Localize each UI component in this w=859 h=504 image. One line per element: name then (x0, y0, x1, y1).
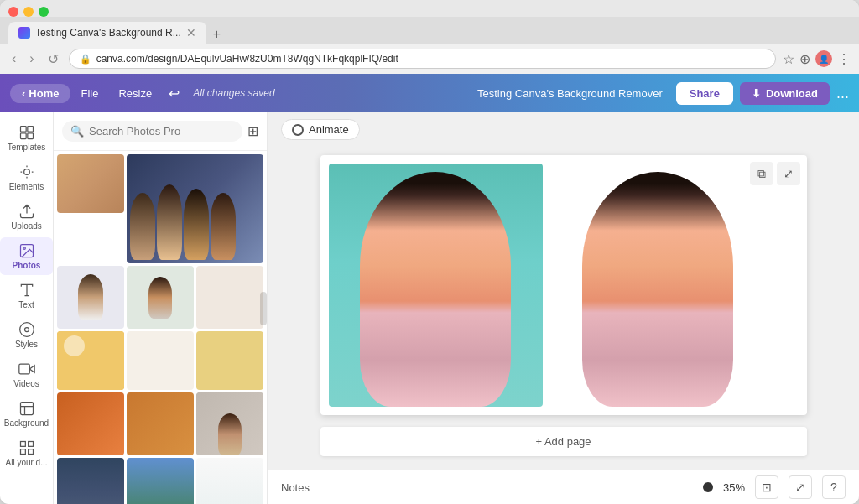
photo-item[interactable] (196, 331, 263, 390)
top-navbar: ‹ Home File Resize ↩ All changes saved T… (0, 74, 859, 112)
animate-icon (292, 124, 304, 136)
photo-item[interactable] (196, 458, 263, 504)
sidebar-item-all[interactable]: All your d... (0, 434, 53, 472)
tab-favicon (18, 27, 30, 39)
url-bar[interactable]: 🔒 canva.com/design/DAEqulvUaHw/8zU0mT8Wq… (69, 49, 776, 69)
url-text: canva.com/design/DAEqulvUaHw/8zU0mT8WqgN… (96, 53, 398, 65)
canvas-scroll[interactable]: ⧉ ⤢ (268, 147, 859, 470)
templates-icon (18, 124, 35, 141)
photo-item[interactable] (127, 331, 194, 390)
search-box[interactable]: 🔍 (62, 121, 242, 142)
help-button[interactable]: ? (822, 475, 846, 499)
window-close[interactable] (8, 7, 18, 17)
all-label: All your d... (5, 458, 47, 467)
bottom-bar: Notes 35% ⊡ ⤢ ? (268, 470, 859, 504)
filter-icon[interactable]: ⊞ (247, 123, 258, 139)
svg-rect-3 (27, 133, 33, 139)
photo-item[interactable] (127, 266, 194, 329)
photo-item[interactable] (57, 331, 124, 390)
share-button[interactable]: Share (676, 82, 733, 105)
expand-page-button[interactable]: ⤢ (777, 162, 800, 185)
svg-rect-14 (28, 449, 33, 455)
photo-item[interactable] (127, 458, 194, 504)
undo-button[interactable]: ↩ (162, 82, 186, 105)
videos-icon (18, 361, 35, 377)
sidebar-item-templates[interactable]: Templates (0, 119, 53, 157)
svg-rect-0 (20, 127, 26, 132)
photo-item[interactable] (57, 154, 124, 213)
background-icon (18, 400, 35, 417)
browser-tab-bar: Testing Canva's Background R... ✕ + (0, 17, 859, 44)
active-tab[interactable]: Testing Canva's Background R... ✕ (8, 22, 206, 44)
photo-item[interactable] (127, 392, 194, 455)
fullscreen-button[interactable]: ⤢ (789, 475, 812, 499)
more-options-button[interactable]: ... (836, 85, 849, 102)
sidebar-item-background[interactable]: Background (0, 395, 53, 433)
extensions-button[interactable]: ⊕ (799, 50, 810, 67)
profile-avatar[interactable]: 👤 (815, 50, 832, 67)
svg-point-4 (23, 169, 29, 175)
svg-rect-12 (28, 442, 33, 447)
lock-icon: 🔒 (80, 54, 91, 65)
duplicate-page-button[interactable]: ⧉ (750, 162, 773, 185)
svg-rect-13 (20, 449, 25, 455)
svg-rect-11 (20, 442, 25, 447)
photo-item[interactable] (57, 458, 124, 504)
page-actions: ⧉ ⤢ (750, 162, 800, 185)
back-button[interactable]: ‹ (8, 49, 19, 68)
save-status: All changes saved (186, 84, 281, 102)
sidebar-item-photos[interactable]: Photos (0, 237, 53, 275)
resize-menu[interactable]: Resize (108, 84, 162, 103)
app-container: ‹ Home File Resize ↩ All changes saved T… (0, 74, 859, 504)
new-tab-button[interactable]: + (208, 25, 226, 44)
tab-title: Testing Canva's Background R... (35, 27, 181, 39)
tab-close-button[interactable]: ✕ (186, 26, 196, 39)
search-icon: 🔍 (70, 125, 84, 138)
sidebar-item-styles[interactable]: Styles (0, 316, 53, 354)
all-icon (18, 439, 35, 456)
sidebar-item-videos[interactable]: Videos (0, 356, 53, 393)
original-photo[interactable] (329, 164, 543, 407)
zoom-slider-thumb[interactable] (703, 482, 713, 492)
panel-resize-handle[interactable] (260, 292, 267, 325)
zoom-level: 35% (723, 481, 745, 494)
svg-rect-9 (18, 364, 29, 374)
chevron-left-icon: ‹ (22, 87, 25, 100)
sidebar-item-text[interactable]: Text (0, 277, 53, 314)
home-label: Home (29, 87, 59, 100)
removed-bg-photo[interactable] (551, 164, 765, 407)
svg-rect-2 (20, 133, 26, 139)
sidebar-item-uploads[interactable]: Uploads (0, 198, 53, 236)
bookmark-button[interactable]: ☆ (783, 50, 794, 67)
document-title: Testing Canva's Background Remover (477, 87, 663, 100)
photo-item[interactable] (57, 392, 124, 455)
search-input[interactable] (89, 125, 234, 138)
canvas-toolbar: Animate (268, 112, 859, 147)
main-content: Templates Elements Uploads Photos Text (0, 112, 859, 504)
photo-item[interactable] (57, 266, 124, 329)
photo-item[interactable] (127, 154, 263, 263)
photos-label: Photos (13, 261, 41, 270)
svg-rect-10 (20, 403, 33, 415)
elements-icon (18, 164, 35, 180)
menu-button[interactable]: ⋮ (837, 50, 851, 67)
animate-button[interactable]: Animate (281, 119, 360, 140)
videos-label: Videos (13, 379, 39, 388)
canvas-area: Animate ⧉ ⤢ (268, 112, 859, 504)
photo-item[interactable] (196, 392, 263, 455)
download-button[interactable]: ⬇ Download (740, 82, 830, 105)
window-maximize[interactable] (39, 7, 49, 17)
add-page-button[interactable]: + Add page (320, 427, 807, 456)
home-button[interactable]: ‹ Home (10, 84, 70, 103)
fit-to-screen-button[interactable]: ⊡ (755, 475, 778, 499)
download-label: Download (766, 87, 818, 100)
file-menu[interactable]: File (70, 84, 108, 103)
photo-item[interactable] (196, 266, 263, 329)
sidebar-item-elements[interactable]: Elements (0, 158, 53, 196)
refresh-button[interactable]: ↺ (44, 49, 62, 69)
svg-point-7 (24, 328, 29, 332)
forward-button[interactable]: › (26, 49, 37, 68)
background-label: Background (4, 418, 49, 428)
animate-label: Animate (309, 123, 349, 136)
window-minimize[interactable] (23, 7, 34, 17)
